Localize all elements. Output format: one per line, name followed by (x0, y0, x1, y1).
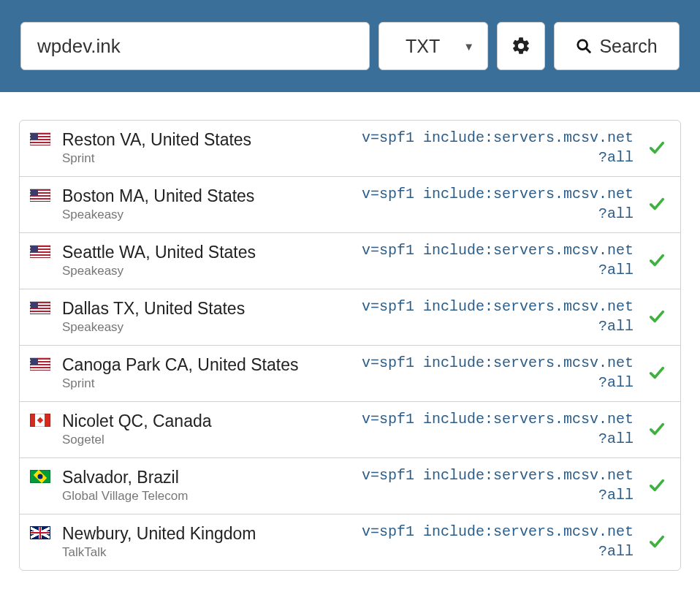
isp-name: Sprint (62, 151, 354, 166)
check-icon (647, 308, 666, 324)
location-column: Canoga Park CA, United StatesSprint (62, 354, 354, 391)
svg-point-0 (578, 40, 587, 50)
search-icon (576, 38, 592, 54)
txt-record: v=spf1 include:servers.mcsv.net ?all (354, 128, 644, 167)
result-row[interactable]: Boston MA, United StatesSpeakeasyv=spf1 … (20, 177, 680, 233)
check-icon (647, 421, 666, 437)
flag-icon (30, 357, 50, 371)
status-column (644, 421, 670, 437)
isp-name: Speakeasy (62, 208, 354, 222)
status-column (644, 196, 670, 212)
search-button-label: Search (599, 36, 657, 57)
check-icon (647, 196, 666, 212)
record-type-value: TXT (406, 36, 440, 57)
location-column: Boston MA, United StatesSpeakeasy (62, 186, 354, 222)
flag-icon (30, 470, 50, 483)
flag-icon (30, 245, 50, 258)
search-button[interactable]: Search (554, 22, 680, 70)
check-icon (647, 477, 666, 493)
result-row[interactable]: Salvador, BrazilGlobal Village Telecomv=… (20, 458, 680, 514)
result-row[interactable]: Nicolet QC, CanadaSogetelv=spf1 include:… (20, 402, 680, 458)
result-row[interactable]: Reston VA, United StatesSprintv=spf1 inc… (20, 121, 680, 177)
isp-name: Speakeasy (62, 320, 354, 335)
txt-record: v=spf1 include:servers.mcsv.net ?all (354, 409, 644, 449)
location-name: Newbury, United Kingdom (62, 523, 354, 544)
txt-record: v=spf1 include:servers.mcsv.net ?all (354, 522, 644, 561)
domain-input[interactable] (20, 22, 370, 70)
txt-record: v=spf1 include:servers.mcsv.net ?all (354, 297, 644, 336)
results-card: Reston VA, United StatesSprintv=spf1 inc… (19, 120, 681, 571)
location-column: Salvador, BrazilGlobal Village Telecom (62, 467, 354, 504)
flag-icon (30, 132, 50, 145)
gear-icon (511, 36, 531, 56)
flag-icon (30, 414, 50, 427)
check-icon (647, 252, 666, 268)
txt-record: v=spf1 include:servers.mcsv.net ?all (354, 353, 644, 392)
txt-record: v=spf1 include:servers.mcsv.net ?all (354, 466, 644, 505)
status-column (644, 308, 670, 324)
check-icon (647, 140, 666, 156)
isp-name: Sprint (62, 376, 354, 391)
location-column: Nicolet QC, CanadaSogetel (62, 411, 354, 447)
results-container: Reston VA, United StatesSprintv=spf1 inc… (0, 92, 700, 571)
isp-name: TalkTalk (62, 545, 354, 560)
location-column: Dallas TX, United StatesSpeakeasy (62, 298, 354, 335)
result-row[interactable]: Seattle WA, United StatesSpeakeasyv=spf1… (20, 233, 680, 289)
location-name: Nicolet QC, Canada (62, 411, 354, 432)
location-name: Seattle WA, United States (62, 242, 354, 263)
result-row[interactable]: Dallas TX, United StatesSpeakeasyv=spf1 … (20, 289, 680, 346)
location-name: Reston VA, United States (62, 129, 354, 151)
isp-name: Speakeasy (62, 264, 354, 278)
flag-icon (30, 301, 50, 314)
record-type-select[interactable]: TXT ▼ (378, 22, 488, 70)
txt-record: v=spf1 include:servers.mcsv.net ?all (354, 184, 644, 224)
location-column: Seattle WA, United StatesSpeakeasy (62, 242, 354, 278)
chevron-down-icon: ▼ (463, 40, 474, 53)
status-column (644, 533, 670, 550)
settings-button[interactable] (497, 22, 545, 70)
location-column: Newbury, United KingdomTalkTalk (62, 523, 354, 560)
flag-icon (30, 526, 50, 539)
flag-icon (30, 189, 50, 202)
location-name: Boston MA, United States (62, 186, 354, 207)
result-row[interactable]: Newbury, United KingdomTalkTalkv=spf1 in… (20, 514, 680, 570)
isp-name: Global Village Telecom (62, 489, 354, 504)
location-column: Reston VA, United StatesSprint (62, 129, 354, 166)
status-column (644, 477, 670, 493)
check-icon (647, 533, 666, 550)
location-name: Canoga Park CA, United States (62, 354, 354, 376)
result-row[interactable]: Canoga Park CA, United StatesSprintv=spf… (20, 346, 680, 402)
search-header: TXT ▼ Search (0, 0, 700, 92)
svg-line-1 (587, 48, 591, 53)
txt-record: v=spf1 include:servers.mcsv.net ?all (354, 240, 644, 280)
location-name: Dallas TX, United States (62, 298, 354, 319)
status-column (644, 140, 670, 156)
status-column (644, 365, 670, 381)
status-column (644, 252, 670, 268)
location-name: Salvador, Brazil (62, 467, 354, 488)
check-icon (647, 365, 666, 381)
isp-name: Sogetel (62, 433, 354, 447)
